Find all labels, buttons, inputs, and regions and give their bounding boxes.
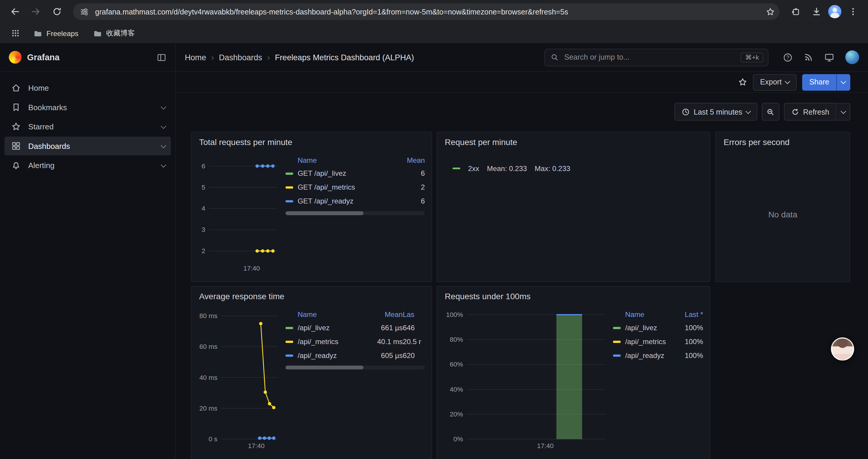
folder-icon xyxy=(33,28,42,38)
legend-header-cell[interactable]: Las xyxy=(403,310,425,319)
legend-row[interactable]: /api/_readyz100% xyxy=(613,349,703,362)
bookmark-folder-freeleaps[interactable]: Freeleaps xyxy=(29,26,83,40)
chevron-down-icon xyxy=(161,162,166,167)
series-value: 605 µs xyxy=(372,351,403,359)
bookmark-folder-blog[interactable]: 收藏博客 xyxy=(88,26,139,40)
legend-header-cell[interactable]: Name xyxy=(285,310,372,319)
series-name[interactable]: /api/_metrics xyxy=(298,337,372,346)
svg-text:4: 4 xyxy=(202,205,205,212)
scrollbar-thumb[interactable] xyxy=(285,366,363,369)
legend-header-cell[interactable]: Mean xyxy=(399,156,425,164)
legend-row[interactable]: /api/_livez661 µs646 xyxy=(285,321,425,335)
breadcrumb-home[interactable]: Home xyxy=(185,53,206,62)
timeseries-chart[interactable]: 80 ms60 ms40 ms20 ms0 s17:40 xyxy=(198,306,281,451)
news-rss-icon[interactable] xyxy=(804,53,813,62)
extensions-icon[interactable] xyxy=(786,2,805,21)
time-range-picker[interactable]: Last 5 minutes xyxy=(674,103,757,121)
legend-header-cell[interactable]: Last * xyxy=(675,310,703,319)
search-box[interactable]: ⌘+k xyxy=(545,48,769,66)
floating-avatar[interactable] xyxy=(831,337,854,361)
series-color-swatch xyxy=(285,172,293,174)
breadcrumb: Home › Dashboards › Freeleaps Metrics Da… xyxy=(185,53,414,62)
sidebar-item-bookmarks[interactable]: Bookmarks xyxy=(4,98,171,117)
series-name[interactable]: /api/_livez xyxy=(625,323,675,332)
export-button[interactable]: Export xyxy=(753,74,797,90)
grafana-logo[interactable] xyxy=(9,51,22,64)
timeseries-chart[interactable]: 6543217:40 xyxy=(198,152,281,274)
brand-area: Grafana xyxy=(0,43,176,71)
refresh-interval-button[interactable] xyxy=(836,103,850,121)
series-name[interactable]: /api/_readyz xyxy=(625,351,675,359)
search-input[interactable] xyxy=(563,53,736,62)
panel-title[interactable]: Request per minute xyxy=(437,132,710,151)
time-controls: Last 5 minutes Refresh xyxy=(674,103,850,121)
legend-scrollbar[interactable] xyxy=(285,211,425,215)
browser-profile-avatar[interactable] xyxy=(828,5,841,18)
panel-title[interactable]: Average response time xyxy=(191,287,432,305)
legend-header-cell[interactable]: Name xyxy=(613,310,675,319)
legend-row[interactable]: /api/_metrics40.1 ms20.5 r xyxy=(285,335,425,349)
chevron-down-icon xyxy=(161,123,166,129)
legend-row[interactable]: GET /api/_readyz6 xyxy=(285,194,425,208)
share-menu-button[interactable] xyxy=(836,74,850,90)
bookmark-star-icon[interactable] xyxy=(766,7,775,16)
apps-grid-icon[interactable] xyxy=(8,25,23,41)
sidebar-item-dashboards[interactable]: Dashboards xyxy=(4,137,171,156)
site-settings-icon[interactable] xyxy=(80,7,89,16)
legend-row[interactable]: GET /api/_metrics2 xyxy=(285,180,425,194)
favorite-star-icon[interactable] xyxy=(738,77,747,87)
back-button[interactable] xyxy=(6,2,25,21)
legend-scrollbar[interactable] xyxy=(285,366,425,369)
sidebar-item-alerting[interactable]: Alerting xyxy=(4,156,171,175)
browser-menu-button[interactable] xyxy=(844,2,863,21)
sidebar-item-starred[interactable]: Starred xyxy=(4,117,171,136)
bar-chart[interactable]: 100%80%60%40%20%0%17:40 xyxy=(444,306,609,451)
help-icon[interactable]: ? xyxy=(783,52,793,62)
legend-row[interactable]: /api/_readyz605 µs620 xyxy=(285,349,425,362)
forward-button[interactable] xyxy=(27,2,45,21)
search-shortcut: ⌘+k xyxy=(741,52,764,62)
legend-row[interactable]: /api/_livez100% xyxy=(613,321,703,335)
series-name[interactable]: GET /api/_metrics xyxy=(298,183,399,191)
zoom-out-button[interactable] xyxy=(762,103,779,121)
breadcrumb-dashboards[interactable]: Dashboards xyxy=(219,53,262,62)
svg-text:100%: 100% xyxy=(446,311,463,319)
url-input[interactable] xyxy=(94,7,761,16)
legend-row[interactable]: GET /api/_livez6 xyxy=(285,167,425,181)
series-value: 661 µs xyxy=(372,323,403,332)
url-bar[interactable] xyxy=(73,3,779,20)
sidebar-toggle-button[interactable] xyxy=(157,52,167,62)
legend-header-cell[interactable]: Mean xyxy=(372,310,403,319)
header-right: Home › Dashboards › Freeleaps Metrics Da… xyxy=(176,43,868,71)
svg-text:80%: 80% xyxy=(450,336,463,343)
panel-title[interactable]: Requests under 100ms xyxy=(437,287,710,305)
bell-icon xyxy=(11,160,21,170)
panel-title[interactable]: Total requests per minute xyxy=(191,132,432,151)
forward-arrow-icon xyxy=(31,6,41,17)
browser-toolbar xyxy=(0,0,868,23)
series-name[interactable]: /api/_readyz xyxy=(298,351,372,359)
series-value: 6 xyxy=(399,197,425,205)
scrollbar-thumb[interactable] xyxy=(285,211,363,215)
legend-inline[interactable]: 2xx Mean: 0.233 Max: 0.233 xyxy=(444,162,703,173)
share-button[interactable]: Share xyxy=(802,74,836,90)
user-avatar[interactable] xyxy=(845,50,859,64)
series-name[interactable]: GET /api/_livez xyxy=(298,169,399,177)
series-name[interactable]: /api/_livez xyxy=(298,323,372,332)
legend-header-cell[interactable]: Name xyxy=(285,156,399,164)
series-name[interactable]: /api/_metrics xyxy=(625,337,675,346)
bar-chart[interactable]: 0.250.20.150.10.05017:37:0017:38:0017:39… xyxy=(444,152,703,162)
series-value: 2 xyxy=(399,183,425,191)
chart-svg: 80 ms60 ms40 ms20 ms0 s17:40 xyxy=(198,306,281,451)
series-name[interactable]: GET /api/_readyz xyxy=(298,197,399,205)
downloads-button[interactable] xyxy=(807,2,826,21)
series-name[interactable]: 2xx xyxy=(468,164,479,172)
refresh-icon xyxy=(791,107,799,116)
panel-title[interactable]: Errors per second xyxy=(716,132,850,151)
sidebar-item-home[interactable]: Home xyxy=(4,78,171,97)
chart-svg: 6543217:40 xyxy=(198,152,281,274)
legend-row[interactable]: /api/_metrics100% xyxy=(613,335,703,349)
display-monitor-icon[interactable] xyxy=(824,52,834,62)
refresh-button[interactable]: Refresh xyxy=(784,103,836,121)
reload-button[interactable] xyxy=(48,2,66,21)
